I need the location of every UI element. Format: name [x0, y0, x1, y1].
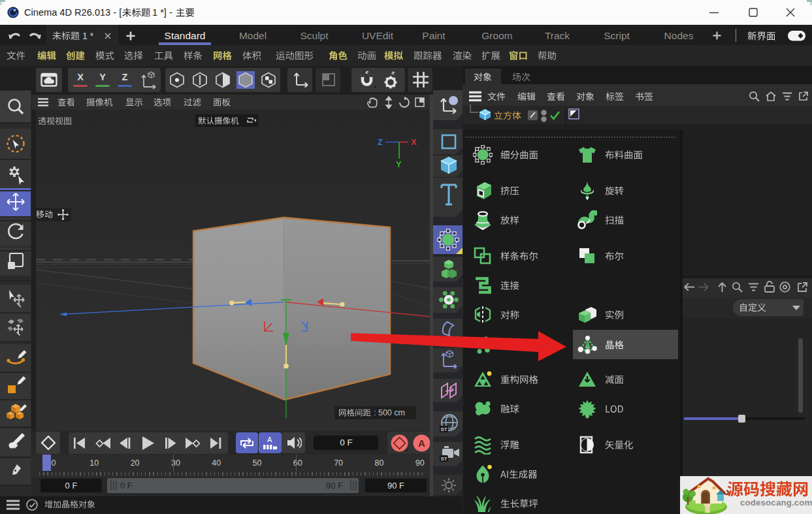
svg-text:A: A	[418, 438, 425, 449]
svg-text:A: A	[267, 436, 272, 443]
svg-text:X: X	[411, 137, 417, 147]
svg-text:Z: Z	[378, 137, 383, 147]
svg-text:ST: ST	[441, 456, 447, 462]
svg-text:ST: ST	[441, 426, 447, 432]
svg-text:Y: Y	[396, 159, 402, 169]
